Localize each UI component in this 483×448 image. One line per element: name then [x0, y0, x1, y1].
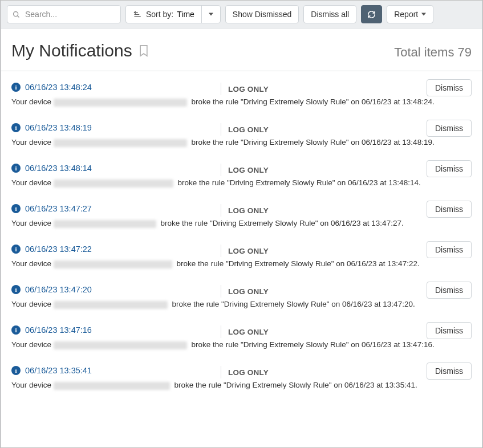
- log-only-label: LOG ONLY: [228, 287, 269, 296]
- svg-marker-5: [209, 13, 213, 16]
- dismiss-button[interactable]: Dismiss: [427, 160, 472, 177]
- dismiss-button[interactable]: Dismiss: [427, 201, 472, 218]
- report-button[interactable]: Report: [387, 5, 433, 23]
- bookmark-button[interactable]: [138, 44, 149, 58]
- show-dismissed-button[interactable]: Show Dismissed: [225, 5, 299, 23]
- search-box[interactable]: [7, 5, 121, 23]
- dismiss-button[interactable]: Dismiss: [427, 79, 472, 96]
- notification-message: Your device broke the rule "Driving Extr…: [11, 340, 472, 349]
- notification-type: LOG ONLY: [221, 245, 269, 257]
- page-header: My Notifications Total items 79: [1, 28, 482, 71]
- msg-after: broke the rule "Driving Extremely Slowly…: [177, 259, 420, 268]
- notification-type: LOG ONLY: [221, 366, 269, 378]
- sort-button[interactable]: Sort by: Time: [125, 5, 221, 23]
- info-icon: [11, 83, 21, 92]
- sort-value: Time: [177, 10, 194, 19]
- notification-item: 06/16/23 13:48:14 LOG ONLY Dismiss Your …: [1, 152, 482, 193]
- msg-before: Your device: [11, 178, 51, 187]
- msg-after: broke the rule "Driving Extremely Slowly…: [178, 178, 421, 187]
- info-icon: [11, 366, 21, 375]
- notification-timestamp: 06/16/23 13:48:24: [25, 83, 92, 92]
- notification-message: Your device broke the rule "Driving Extr…: [11, 259, 472, 268]
- notification-message: Your device broke the rule "Driving Extr…: [11, 97, 472, 106]
- info-icon: [11, 245, 21, 254]
- page-title: My Notifications: [11, 41, 149, 60]
- refresh-button[interactable]: [361, 5, 382, 23]
- total-count: 79: [458, 45, 472, 59]
- log-only-label: LOG ONLY: [228, 85, 269, 93]
- dismiss-button[interactable]: Dismiss: [427, 282, 472, 299]
- separator: [221, 83, 221, 95]
- msg-before: Your device: [11, 340, 51, 349]
- sort-main[interactable]: Sort by: Time: [126, 6, 201, 23]
- msg-after: broke the rule "Driving Extremely Slowly…: [192, 340, 435, 349]
- total-items: Total items 79: [394, 45, 472, 60]
- redacted-device: [54, 382, 170, 390]
- notification-type: LOG ONLY: [221, 325, 269, 338]
- notification-timestamp: 06/16/23 13:35:41: [25, 366, 92, 375]
- msg-before: Your device: [11, 138, 51, 146]
- svg-line-1: [18, 15, 19, 17]
- msg-after: broke the rule "Driving Extremely Slowly…: [192, 138, 435, 146]
- search-icon: [12, 10, 21, 19]
- notification-timestamp: 06/16/23 13:48:19: [25, 123, 92, 132]
- dismiss-button[interactable]: Dismiss: [427, 241, 472, 258]
- msg-after: broke the rule "Driving Extremely Slowly…: [174, 381, 417, 389]
- notification-message: Your device broke the rule "Driving Extr…: [11, 300, 472, 308]
- notification-item: 06/16/23 13:35:41 LOG ONLY Dismiss Your …: [1, 355, 482, 395]
- msg-after: broke the rule "Driving Extremely Slowly…: [172, 300, 415, 308]
- notification-item: 06/16/23 13:48:19 LOG ONLY Dismiss Your …: [1, 112, 482, 152]
- msg-before: Your device: [11, 259, 51, 268]
- svg-marker-6: [421, 13, 426, 16]
- msg-before: Your device: [11, 381, 51, 389]
- total-label: Total items: [394, 45, 454, 59]
- redacted-device: [54, 220, 156, 228]
- notification-timestamp: 06/16/23 13:47:16: [25, 325, 92, 335]
- search-input[interactable]: [24, 9, 116, 19]
- log-only-label: LOG ONLY: [228, 247, 269, 255]
- info-icon: [11, 204, 21, 213]
- dismiss-button[interactable]: Dismiss: [427, 322, 472, 339]
- info-icon: [11, 325, 21, 335]
- separator: [221, 164, 221, 176]
- separator: [221, 285, 221, 298]
- msg-before: Your device: [11, 97, 51, 106]
- chevron-down-icon: [209, 12, 213, 17]
- notification-message: Your device broke the rule "Driving Extr…: [11, 178, 472, 187]
- notification-timestamp: 06/16/23 13:47:27: [25, 204, 92, 213]
- msg-after: broke the rule "Driving Extremely Slowly…: [192, 97, 435, 106]
- main-scroll[interactable]: Sort by: Time Show Dismissed Dismiss all…: [1, 1, 482, 447]
- msg-before: Your device: [11, 300, 51, 308]
- dismiss-all-button[interactable]: Dismiss all: [303, 5, 356, 23]
- page-title-text: My Notifications: [11, 41, 132, 60]
- notification-item: 06/16/23 13:47:16 LOG ONLY Dismiss Your …: [1, 314, 482, 355]
- dismiss-button[interactable]: Dismiss: [427, 120, 472, 137]
- notification-message: Your device broke the rule "Driving Extr…: [11, 219, 472, 227]
- notification-type: LOG ONLY: [221, 285, 269, 298]
- refresh-icon: [367, 10, 376, 19]
- notification-item: 06/16/23 13:48:24 LOG ONLY Dismiss Your …: [1, 71, 482, 112]
- sort-icon: [133, 10, 141, 19]
- separator: [221, 245, 221, 257]
- separator: [221, 366, 221, 378]
- notification-message: Your device broke the rule "Driving Extr…: [11, 381, 472, 389]
- redacted-device: [54, 341, 187, 349]
- log-only-label: LOG ONLY: [228, 368, 269, 377]
- separator: [221, 325, 221, 338]
- info-icon: [11, 164, 21, 173]
- sort-dropdown[interactable]: [201, 6, 220, 23]
- msg-after: broke the rule "Driving Extremely Slowly…: [161, 219, 404, 227]
- bookmark-icon: [138, 44, 149, 58]
- notifications-panel: Sort by: Time Show Dismissed Dismiss all…: [1, 1, 482, 447]
- redacted-device: [54, 99, 187, 107]
- dismiss-button[interactable]: Dismiss: [427, 363, 472, 380]
- redacted-device: [54, 260, 172, 268]
- redacted-device: [54, 301, 168, 309]
- log-only-label: LOG ONLY: [228, 166, 269, 174]
- log-only-label: LOG ONLY: [228, 206, 269, 215]
- notification-timestamp: 06/16/23 13:48:14: [25, 164, 92, 173]
- notification-timestamp: 06/16/23 13:47:20: [25, 285, 92, 294]
- log-only-label: LOG ONLY: [228, 125, 269, 134]
- notification-type: LOG ONLY: [221, 204, 269, 217]
- chevron-down-icon: [421, 12, 426, 17]
